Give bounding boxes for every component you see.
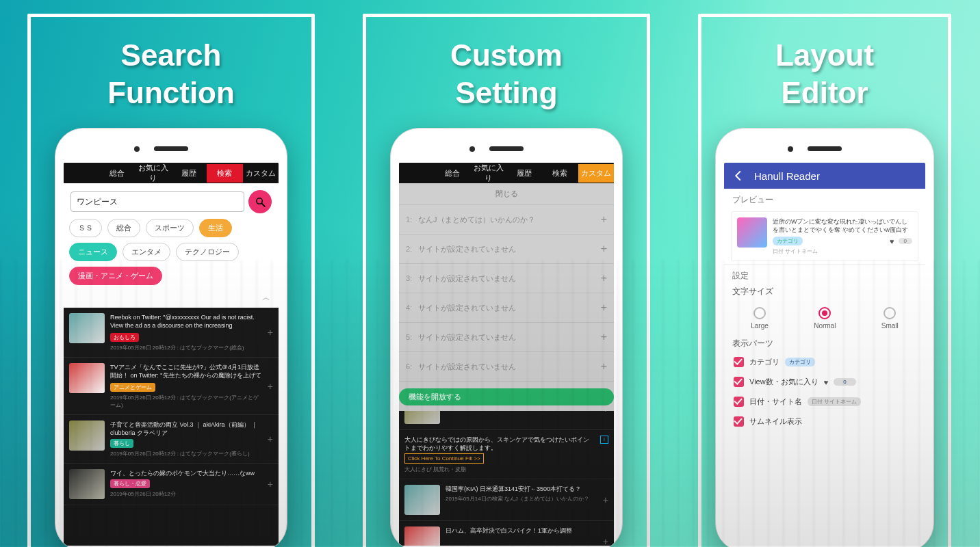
screen-layout: Hanull Reader プレビュー 近所のWプンに変な変な現れた凄いっぱいで…	[724, 163, 925, 546]
slot-row[interactable]: 6:サイトが設定されていません+	[399, 352, 614, 382]
section-settings: 設定	[724, 264, 925, 284]
back-arrow-icon[interactable]	[732, 170, 745, 182]
radio-large[interactable]: Large	[751, 307, 769, 330]
chip-tech[interactable]: テクノロジー	[176, 243, 239, 261]
radio-normal[interactable]: Normal	[814, 307, 836, 330]
card-meta: 日付 サイトネーム	[773, 248, 912, 255]
thumbnail	[404, 526, 440, 546]
view-count: 0	[899, 238, 912, 244]
chip-ent[interactable]: エンタメ	[122, 243, 170, 261]
tab-sogo[interactable]: 総合	[99, 164, 135, 183]
result-feed: Reebok on Twitter: "@xxxxxxxxx Our ad is…	[64, 308, 279, 505]
section-preview: プレビュー	[724, 189, 925, 209]
phone-frame-3: Hanull Reader プレビュー 近所のWプンに変な変な現れた凄いっぱいで…	[715, 128, 934, 547]
ad-cta[interactable]: Click Here To Continue Fill >>	[404, 453, 484, 464]
item-meta: 2019年05月26日 20時12分 : はてなブックマーク(総合)	[110, 344, 262, 351]
add-icon[interactable]: +	[603, 536, 608, 546]
thumbnail	[69, 363, 105, 393]
tab-custom[interactable]: カスタム	[243, 164, 279, 183]
checkbox-icon[interactable]	[734, 377, 744, 387]
add-icon[interactable]: +	[603, 494, 608, 505]
slot-label: サイトが設定されていません	[418, 362, 516, 372]
list-item-ad[interactable]: 大人にきびならではの原因から、スキンケアで気をつけたいポイントまでわかりやすく解…	[399, 430, 614, 479]
thumbnail	[69, 421, 105, 451]
unlock-button[interactable]: 機能を開放する	[399, 388, 614, 405]
tab-sogo[interactable]: 総合	[435, 164, 470, 183]
add-icon[interactable]: +	[268, 479, 273, 490]
screen-custom: 総合 お気に入り 履歴 検索 カスタム 2019年05月14日の検索 なんJ（ま…	[399, 163, 614, 546]
plus-icon[interactable]: +	[601, 243, 607, 255]
chip-manga[interactable]: 漫画・アニメ・ゲーム	[69, 267, 162, 285]
slot-label: サイトが設定されていません	[418, 332, 516, 343]
item-title: ワイ、とったらの嫁のポケモンで大当たり……なww	[110, 469, 262, 477]
tab-search[interactable]: 検索	[207, 164, 242, 183]
checkbox-icon[interactable]	[734, 397, 744, 407]
list-item[interactable]: TVアニメ「なんでここに先生が!?」公式＠4月1日放送開始！ on Twitte…	[64, 358, 279, 415]
slot-label: サイトが設定されていません	[418, 274, 516, 284]
tab-fav[interactable]: お気に入り	[136, 163, 171, 187]
plus-icon[interactable]: +	[601, 360, 607, 373]
appbar: Hanull Reader	[724, 163, 925, 189]
panel-search-function: Search Function 総合 お気に入り 履歴 検索 カスタム ＳＳ 総…	[27, 14, 315, 547]
item-sub: 大人にきび 肌荒れ・皮脂	[404, 466, 595, 473]
check-thumb[interactable]: サムネイル表示	[724, 412, 925, 431]
check-views[interactable]: View数・お気に入り ♥ 0	[724, 372, 925, 392]
plus-icon[interactable]: +	[601, 213, 607, 226]
chip-ss[interactable]: ＳＳ	[69, 219, 102, 237]
item-tag: アニメとゲーム	[110, 383, 155, 392]
tab-blank[interactable]	[399, 169, 435, 177]
tab-search[interactable]: 検索	[542, 164, 578, 183]
list-item[interactable]: 日ハム、高卒対決で白スパイク！1軍から調整 +	[399, 521, 614, 546]
collapse-chevron[interactable]: ︿	[64, 292, 279, 308]
slot-row[interactable]: 4:サイトが設定されていません+	[399, 293, 614, 323]
check-category[interactable]: カテゴリ カテゴリ	[724, 352, 925, 372]
add-icon[interactable]: +	[268, 433, 273, 444]
chip-sports[interactable]: スポーツ	[146, 219, 194, 237]
list-item[interactable]: ワイ、とったらの嫁のポケモンで大当たり……なww 暮らし・恋愛 2019年05月…	[64, 464, 279, 505]
tab-blank[interactable]	[64, 169, 99, 177]
plus-icon[interactable]: +	[601, 302, 607, 314]
panel-layout-editor: Layout Editor Hanull Reader プレビュー 近所のWプン…	[698, 14, 951, 547]
category-chips: ＳＳ 総合 スポーツ 生活 ニュース エンタメ テクノロジー 漫画・アニメ・ゲー…	[64, 217, 279, 292]
add-icon[interactable]: +	[268, 327, 273, 338]
slot-row[interactable]: 1:なんJ（まとめては）いかんのか？+	[399, 205, 614, 235]
checkbox-icon[interactable]	[734, 416, 744, 427]
caption-layout: Layout Editor	[775, 36, 874, 111]
checkbox-icon[interactable]	[734, 357, 744, 367]
heart-icon[interactable]: ♥	[890, 237, 894, 245]
plus-icon[interactable]: +	[601, 331, 607, 343]
chip-life[interactable]: 生活	[199, 219, 232, 237]
slot-label: なんJ（まとめては）いかんのか？	[418, 215, 535, 225]
fontsize-radios: Large Normal Small	[724, 300, 925, 332]
tab-history[interactable]: 履歴	[171, 164, 207, 183]
radio-small[interactable]: Small	[881, 307, 899, 330]
list-item[interactable]: 韓国李(KIA) 日米通算3141安打←3500本打てる？ 2019年05月14…	[399, 479, 614, 521]
label-fontsize: 文字サイズ	[724, 284, 925, 300]
slot-row[interactable]: 5:サイトが設定されていません+	[399, 323, 614, 352]
avatar	[737, 217, 767, 248]
tab-history[interactable]: 履歴	[506, 164, 542, 183]
add-icon[interactable]: +	[268, 381, 273, 392]
item-title: 日ハム、高卒対決で白スパイク！1軍から調整	[446, 526, 597, 535]
list-item[interactable]: 子育てと音楽活動の両立 Vol.3 ｜ akiAkira（前編） ｜ clubb…	[64, 415, 279, 464]
caption-custom: Custom Setting	[450, 36, 563, 111]
check-date[interactable]: 日付・サイト名 日付 サイトネーム	[724, 392, 925, 412]
tab-custom[interactable]: カスタム	[578, 164, 614, 183]
screen-search: 総合 お気に入り 履歴 検索 カスタム ＳＳ 総合 スポーツ 生活 ニュース エ…	[64, 163, 279, 546]
ad-marker-icon: i	[600, 436, 608, 444]
sheet-close[interactable]: 閉じる	[399, 183, 614, 205]
label-parts: 表示パーツ	[724, 332, 925, 352]
chip-news[interactable]: ニュース	[69, 243, 117, 261]
mini-tag: 日付 サイトネーム	[808, 397, 861, 406]
slot-row[interactable]: 3:サイトが設定されていません+	[399, 264, 614, 293]
chip-sogo[interactable]: 総合	[107, 219, 140, 237]
custom-slots-sheet: 閉じる 1:なんJ（まとめては）いかんのか？+ 2:サイトが設定されていません+…	[399, 183, 614, 411]
plus-icon[interactable]: +	[601, 272, 607, 284]
search-button[interactable]	[248, 190, 272, 213]
thumbnail	[69, 313, 105, 343]
slot-row[interactable]: 2:サイトが設定されていません+	[399, 235, 614, 264]
list-item[interactable]: Reebok on Twitter: "@xxxxxxxxx Our ad is…	[64, 308, 279, 358]
heart-icon: ♥	[824, 378, 829, 386]
item-meta: 2019年05月26日 20時12分 : はてなブックマーク(アニメとゲーム)	[110, 394, 262, 409]
search-input[interactable]	[70, 191, 244, 212]
